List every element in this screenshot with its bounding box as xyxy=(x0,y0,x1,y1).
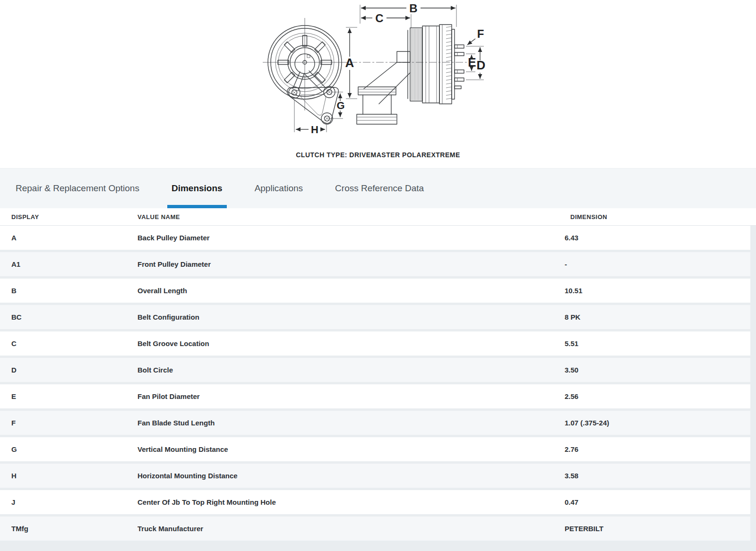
front-view xyxy=(263,18,348,124)
cell-value-name: Horizontal Mounting Distance xyxy=(137,472,565,480)
cell-value-name: Bolt Circle xyxy=(137,366,565,374)
table-row[interactable]: TMfg Truck Manufacturer PETERBILT xyxy=(0,517,750,541)
cell-dimension: 2.76 xyxy=(565,445,750,453)
cell-value-name: Center Of Jb To Top Right Mounting Hole xyxy=(137,498,565,506)
table-row[interactable]: A Back Pulley Diameter 6.43 xyxy=(0,226,750,250)
cell-display: A1 xyxy=(0,260,137,268)
cell-value-name: Back Pulley Diameter xyxy=(137,234,565,242)
product-dimensions-page: A B C F xyxy=(0,0,756,551)
column-header-value-name: VALUE NAME xyxy=(137,213,570,220)
dimensions-table: DISPLAY VALUE NAME DIMENSION A Back Pull… xyxy=(0,208,756,551)
tab-dimensions[interactable]: Dimensions xyxy=(172,169,223,208)
dim-label-g: G xyxy=(336,100,344,111)
table-row[interactable]: F Fan Blade Stud Length 1.07 (.375-24) xyxy=(0,411,750,435)
cell-dimension: 2.56 xyxy=(565,392,750,400)
cell-value-name: Belt Groove Location xyxy=(137,339,565,348)
cell-dimension: 5.51 xyxy=(565,339,750,348)
dim-label-f: F xyxy=(477,27,484,40)
cell-value-name: Overall Length xyxy=(137,287,565,295)
table-row[interactable]: B Overall Length 10.51 xyxy=(0,279,750,303)
cell-dimension: 1.07 (.375-24) xyxy=(565,419,750,427)
dim-label-h: H xyxy=(311,124,318,136)
dim-label-e: E xyxy=(468,55,476,69)
table-row[interactable]: J Center Of Jb To Top Right Mounting Hol… xyxy=(0,490,750,514)
cell-value-name: Fan Pilot Diameter xyxy=(137,392,565,400)
table-row[interactable]: BC Belt Configuration 8 PK xyxy=(0,305,750,329)
cell-value-name: Fan Blade Stud Length xyxy=(137,419,565,427)
cell-dimension: 6.43 xyxy=(565,234,750,242)
cell-value-name: Truck Manufacturer xyxy=(137,525,565,533)
cell-dimension: 3.50 xyxy=(565,366,750,374)
tab-bar: Repair & Replacement Options Dimensions … xyxy=(0,168,756,208)
table-row[interactable]: A1 Front Pulley Diameter - xyxy=(0,252,750,276)
table-body: A Back Pulley Diameter 6.43 A1 Front Pul… xyxy=(0,226,756,541)
cell-display: B xyxy=(0,287,137,295)
cell-value-name: Vertical Mounting Distance xyxy=(137,445,565,453)
cell-display: C xyxy=(0,339,137,348)
dim-label-d: D xyxy=(477,58,486,72)
cell-dimension: 8 PK xyxy=(565,313,750,321)
clutch-type-caption: CLUTCH TYPE: DRIVEMASTER POLAREXTREME xyxy=(0,151,756,159)
dim-label-c: C xyxy=(375,12,383,25)
cell-display: D xyxy=(0,366,137,374)
tab-label: Cross Reference Data xyxy=(335,183,424,194)
cell-display: A xyxy=(0,234,137,242)
cell-dimension: PETERBILT xyxy=(565,525,750,533)
cell-display: E xyxy=(0,392,137,400)
product-drawing-section: A B C F xyxy=(0,0,756,168)
cell-value-name: Front Pulley Diameter xyxy=(137,260,565,268)
cell-display: F xyxy=(0,419,137,427)
dim-label-a: A xyxy=(345,56,354,70)
table-row[interactable]: E Fan Pilot Diameter 2.56 xyxy=(0,384,750,408)
cell-dimension: 0.47 xyxy=(565,498,750,506)
cell-dimension: 10.51 xyxy=(565,287,750,295)
cell-dimension: 3.58 xyxy=(565,472,750,480)
cell-value-name: Belt Configuration xyxy=(137,313,565,321)
dimension-callouts: A B C F xyxy=(294,2,485,136)
cell-dimension: - xyxy=(565,260,750,268)
table-row[interactable]: G Vertical Mounting Distance 2.76 xyxy=(0,437,750,461)
table-row[interactable]: D Bolt Circle 3.50 xyxy=(0,358,750,382)
tab-repair-replacement-options[interactable]: Repair & Replacement Options xyxy=(16,169,139,208)
tab-label: Repair & Replacement Options xyxy=(16,183,139,194)
column-header-display: DISPLAY xyxy=(0,213,137,220)
column-header-dimension: DIMENSION xyxy=(570,213,756,220)
table-row[interactable]: C Belt Groove Location 5.51 xyxy=(0,331,750,356)
cell-display: BC xyxy=(0,313,137,321)
tab-cross-reference-data[interactable]: Cross Reference Data xyxy=(335,169,424,208)
side-view xyxy=(350,25,475,124)
cell-display: H xyxy=(0,472,137,480)
table-header-row: DISPLAY VALUE NAME DIMENSION xyxy=(0,208,756,226)
cell-display: TMfg xyxy=(0,525,137,533)
tab-label: Dimensions xyxy=(172,183,223,194)
cell-display: J xyxy=(0,498,137,506)
table-row[interactable]: H Horizontal Mounting Distance 3.58 xyxy=(0,464,750,488)
cell-display: G xyxy=(0,445,137,453)
dim-label-b: B xyxy=(409,2,417,15)
tab-applications[interactable]: Applications xyxy=(255,169,303,208)
clutch-technical-drawing: A B C F xyxy=(255,1,496,141)
tab-label: Applications xyxy=(255,183,303,194)
active-tab-underline xyxy=(167,205,227,208)
